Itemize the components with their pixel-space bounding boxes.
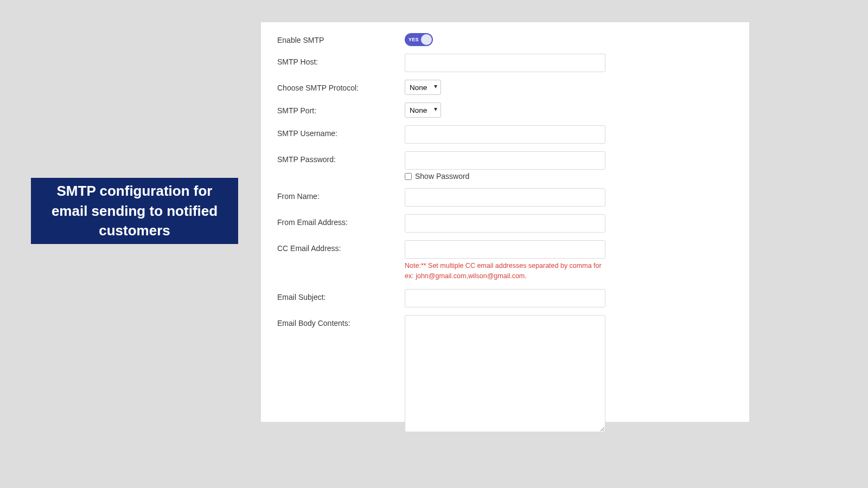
smtp-port-select[interactable]: None [405, 102, 441, 118]
cc-email-input[interactable] [405, 240, 605, 259]
from-email-input[interactable] [405, 214, 605, 233]
from-name-input[interactable] [405, 188, 605, 207]
row-email-subject: Email Subject: [277, 289, 733, 307]
smtp-protocol-select-wrap: None [405, 80, 441, 95]
enable-smtp-label: Enable SMTP [277, 32, 405, 44]
row-smtp-password: SMTP Password: [277, 151, 733, 170]
toggle-yes-text: YES [409, 37, 419, 42]
email-body-label: Email Body Contents: [277, 315, 405, 328]
smtp-host-input[interactable] [405, 54, 605, 72]
smtp-port-label: SMTP Port: [277, 102, 405, 115]
email-subject-label: Email Subject: [277, 289, 405, 301]
cc-email-label: CC Email Address: [277, 240, 405, 253]
smtp-protocol-select[interactable]: None [405, 80, 441, 95]
smtp-protocol-label: Choose SMTP Protocol: [277, 80, 405, 92]
caption-callout: SMTP configuration for email sending to … [31, 178, 238, 244]
smtp-password-input[interactable] [405, 151, 605, 170]
from-email-label: From Email Address: [277, 214, 405, 227]
row-smtp-protocol: Choose SMTP Protocol: None [277, 80, 733, 95]
row-from-name: From Name: [277, 188, 733, 207]
smtp-username-input[interactable] [405, 125, 605, 144]
row-show-password: Show Password [405, 172, 733, 181]
email-body-textarea[interactable] [405, 315, 605, 432]
show-password-checkbox[interactable] [405, 173, 412, 180]
cc-email-note: Note:** Set multiple CC email addresses … [405, 261, 605, 281]
smtp-password-label: SMTP Password: [277, 151, 405, 164]
enable-smtp-toggle[interactable]: YES [405, 33, 433, 46]
row-enable-smtp: Enable SMTP YES [277, 32, 733, 46]
show-password-label: Show Password [415, 172, 469, 181]
caption-text: SMTP configuration for email sending to … [42, 181, 227, 240]
row-smtp-host: SMTP Host: [277, 54, 733, 72]
email-subject-input[interactable] [405, 289, 605, 307]
smtp-port-select-wrap: None [405, 102, 441, 118]
row-from-email: From Email Address: [277, 214, 733, 233]
row-smtp-username: SMTP Username: [277, 125, 733, 144]
toggle-knob [421, 34, 432, 45]
row-cc-email: CC Email Address: [277, 240, 733, 259]
row-email-body: Email Body Contents: [277, 315, 733, 434]
smtp-username-label: SMTP Username: [277, 125, 405, 138]
row-smtp-port: SMTP Port: None [277, 102, 733, 118]
smtp-host-label: SMTP Host: [277, 54, 405, 66]
smtp-form-panel: Enable SMTP YES SMTP Host: Choose SMTP P… [261, 22, 749, 422]
from-name-label: From Name: [277, 188, 405, 201]
